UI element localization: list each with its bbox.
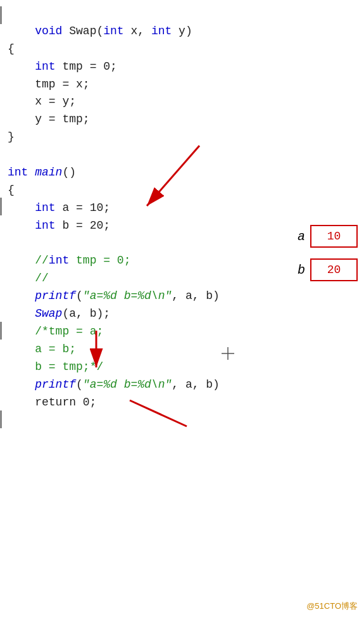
a-label: a xyxy=(298,229,305,244)
annotation-a: a 10 xyxy=(298,225,358,248)
line-17: Swap(a, b); xyxy=(8,307,110,320)
line-22: return 0; xyxy=(8,396,96,409)
b-label: b xyxy=(298,263,305,277)
line-20: b = tmp;*/ xyxy=(8,360,103,373)
line-19: a = b; xyxy=(8,343,76,355)
line-13 xyxy=(8,237,15,250)
line-23 xyxy=(8,413,15,426)
line-4: tmp = x; xyxy=(8,78,90,91)
line-16: printf("a=%d b=%d\n", a, b) xyxy=(8,289,220,302)
line-11: int a = 10; xyxy=(8,201,110,214)
code-container: void Swap(int x, int y) { int tmp = 0; t… xyxy=(0,0,364,617)
watermark: @51CTO博客 xyxy=(306,601,358,612)
line-1: void Swap(int x, int y) xyxy=(35,25,192,37)
a-value-box: 10 xyxy=(310,225,358,248)
annotation-b: b 20 xyxy=(298,258,358,281)
line-14: //int tmp = 0; xyxy=(8,254,130,267)
line-15: // xyxy=(8,272,49,284)
line-5: x = y; xyxy=(8,95,76,108)
line-9: int main() xyxy=(8,166,76,179)
line-8 xyxy=(8,148,15,161)
b-value: 20 xyxy=(327,264,341,276)
b-value-box: 20 xyxy=(310,258,358,281)
a-value: 10 xyxy=(327,230,341,243)
line-18: /*tmp = a; xyxy=(8,325,103,338)
line-21: printf("a=%d b=%d\n", a, b) xyxy=(8,378,220,391)
line-2: { xyxy=(8,42,15,55)
line-12: int b = 20; xyxy=(8,219,110,232)
line-6: y = tmp; xyxy=(8,113,90,125)
line-3: int tmp = 0; xyxy=(8,60,117,73)
line-7: } xyxy=(8,130,15,143)
line-10: { xyxy=(8,184,15,196)
